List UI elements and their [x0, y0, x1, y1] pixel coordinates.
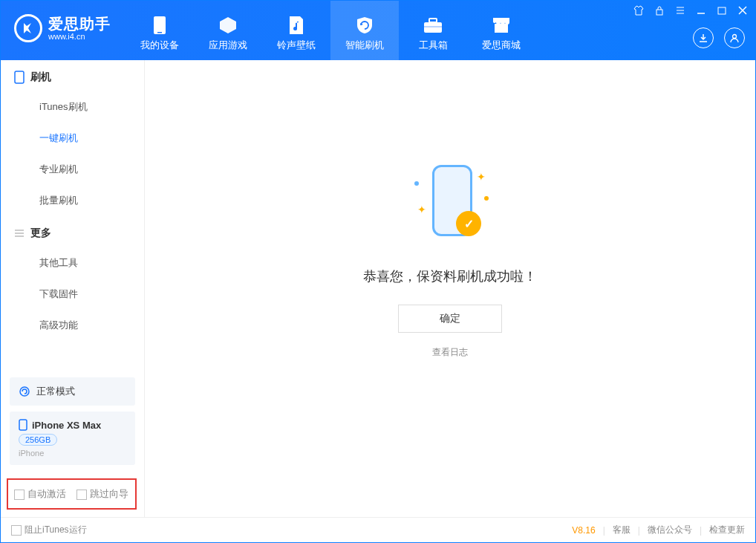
check-update-link[interactable]: 检查更新: [709, 524, 745, 536]
list-icon: [14, 229, 25, 238]
device-phone-icon: [19, 419, 27, 431]
app-subtitle: www.i4.cn: [48, 32, 111, 41]
tab-my-device[interactable]: 我的设备: [126, 1, 194, 60]
lock-icon[interactable]: [653, 4, 666, 17]
sidebar-item-itunes-flash[interactable]: iTunes刷机: [1, 91, 144, 123]
tab-shop[interactable]: 爱思商城: [467, 1, 535, 60]
music-file-icon: [285, 15, 307, 36]
tab-flash[interactable]: 智能刷机: [330, 1, 399, 60]
window-controls: [632, 4, 749, 17]
tab-tools[interactable]: 工具箱: [399, 1, 467, 60]
menu-icon[interactable]: [674, 4, 687, 17]
svg-point-19: [20, 387, 29, 396]
header: 爱思助手 www.i4.cn 我的设备 应用游戏 铃声壁纸 智能刷机: [1, 1, 755, 60]
shop-icon: [490, 15, 512, 36]
sidebar-item-pro-flash[interactable]: 专业刷机: [1, 154, 144, 185]
checkbox-auto-activate[interactable]: 自动激活: [14, 487, 66, 501]
check-icon: ✓: [456, 211, 481, 236]
ok-button[interactable]: 确定: [398, 305, 502, 333]
device-name: iPhone XS Max: [32, 420, 101, 431]
sidebar-item-advanced[interactable]: 高级功能: [1, 310, 144, 341]
device-type: iPhone: [19, 449, 126, 458]
close-icon[interactable]: [736, 4, 749, 17]
svg-rect-3: [429, 19, 437, 22]
options-highlight-box: 自动激活 跳过向导: [7, 478, 137, 510]
svg-rect-20: [19, 420, 27, 430]
device-info-box[interactable]: iPhone XS Max 256GB iPhone: [10, 412, 135, 465]
svg-rect-0: [154, 16, 166, 34]
body: 刷机 iTunes刷机 一键刷机 专业刷机 批量刷机 更多 其他工具 下载固件 …: [1, 60, 755, 517]
device-mode-box[interactable]: 正常模式: [10, 377, 135, 406]
svg-rect-15: [15, 71, 24, 83]
nav-tabs: 我的设备 应用游戏 铃声壁纸 智能刷机 工具箱 爱思商城: [126, 1, 535, 60]
phone-outline-icon: [14, 71, 25, 84]
main-content: ✦ ✦ ✓ 恭喜您，保资料刷机成功啦！ 确定 查看日志: [145, 60, 755, 517]
svg-rect-6: [656, 10, 662, 15]
version-label: V8.16: [572, 525, 595, 536]
device-mode-label: 正常模式: [36, 385, 75, 398]
sidebar-item-download-firmware[interactable]: 下载固件: [1, 279, 144, 310]
sidebar-item-oneclick-flash[interactable]: 一键刷机: [1, 123, 144, 154]
checkbox-block-itunes[interactable]: 阻止iTunes运行: [11, 524, 87, 536]
shield-refresh-icon: [353, 15, 376, 36]
sidebar-item-other-tools[interactable]: 其他工具: [1, 247, 144, 279]
svg-rect-4: [424, 26, 442, 27]
tab-apps[interactable]: 应用游戏: [194, 1, 262, 60]
shirt-icon[interactable]: [632, 4, 645, 17]
svg-rect-11: [718, 7, 726, 14]
logo: 爱思助手 www.i4.cn: [1, 1, 120, 42]
tab-ringtones[interactable]: 铃声壁纸: [262, 1, 330, 60]
sidebar-cat-more: 更多: [1, 216, 144, 247]
footer: 阻止iTunes运行 V8.16 | 客服 | 微信公众号 | 检查更新: [1, 517, 755, 542]
svg-rect-1: [157, 32, 162, 33]
success-illustration: ✦ ✦ ✓: [405, 159, 495, 248]
toolbox-icon: [422, 15, 444, 36]
download-icon[interactable]: [693, 27, 714, 48]
phone-icon: [149, 15, 171, 36]
svg-rect-5: [495, 24, 508, 33]
cube-icon: [217, 15, 239, 36]
success-message: 恭喜您，保资料刷机成功啦！: [363, 267, 537, 285]
logo-icon: [14, 14, 42, 42]
header-actions: [693, 27, 745, 48]
checkbox-skip-guide[interactable]: 跳过向导: [76, 487, 128, 501]
refresh-circle-icon: [19, 386, 30, 397]
sidebar-item-batch-flash[interactable]: 批量刷机: [1, 185, 144, 216]
sidebar: 刷机 iTunes刷机 一键刷机 专业刷机 批量刷机 更多 其他工具 下载固件 …: [1, 60, 145, 517]
user-icon[interactable]: [724, 27, 745, 48]
maximize-icon[interactable]: [715, 4, 729, 17]
sidebar-cat-flash: 刷机: [1, 60, 144, 91]
view-log-link[interactable]: 查看日志: [432, 346, 468, 359]
svg-point-14: [733, 35, 737, 39]
app-title: 爱思助手: [48, 16, 111, 32]
app-window: 爱思助手 www.i4.cn 我的设备 应用游戏 铃声壁纸 智能刷机: [0, 0, 756, 543]
device-storage: 256GB: [19, 434, 57, 446]
minimize-icon[interactable]: [694, 4, 708, 17]
support-link[interactable]: 客服: [613, 524, 630, 536]
wechat-link[interactable]: 微信公众号: [648, 524, 692, 536]
